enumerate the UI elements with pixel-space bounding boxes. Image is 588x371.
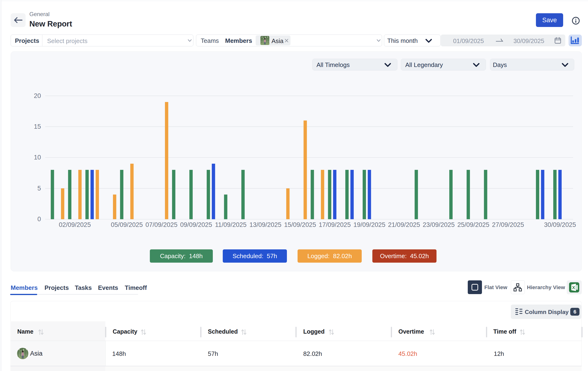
svg-text:05/09/2025: 05/09/2025 — [111, 221, 143, 228]
svg-text:17/09/2025: 17/09/2025 — [319, 221, 351, 228]
svg-text:20: 20 — [34, 92, 41, 99]
svg-text:07/09/2025: 07/09/2025 — [146, 221, 178, 228]
svg-text:15/09/2025: 15/09/2025 — [284, 221, 316, 228]
svg-text:27/09/2025: 27/09/2025 — [492, 221, 524, 228]
svg-text:30/09/2025: 30/09/2025 — [544, 221, 576, 228]
svg-text:X: X — [572, 285, 575, 290]
svg-text:02/09/2025: 02/09/2025 — [59, 221, 91, 228]
svg-text:23/09/2025: 23/09/2025 — [423, 221, 455, 228]
svg-text:5: 5 — [37, 185, 41, 192]
svg-text:21/09/2025: 21/09/2025 — [388, 221, 420, 228]
svg-text:09/09/2025: 09/09/2025 — [180, 221, 212, 228]
svg-text:0: 0 — [37, 216, 41, 223]
svg-text:10: 10 — [34, 154, 41, 161]
svg-text:11/09/2025: 11/09/2025 — [215, 221, 246, 228]
svg-text:15: 15 — [34, 123, 41, 130]
svg-text:25/09/2025: 25/09/2025 — [457, 221, 489, 228]
svg-text:13/09/2025: 13/09/2025 — [250, 221, 282, 228]
svg-text:19/09/2025: 19/09/2025 — [353, 221, 385, 228]
